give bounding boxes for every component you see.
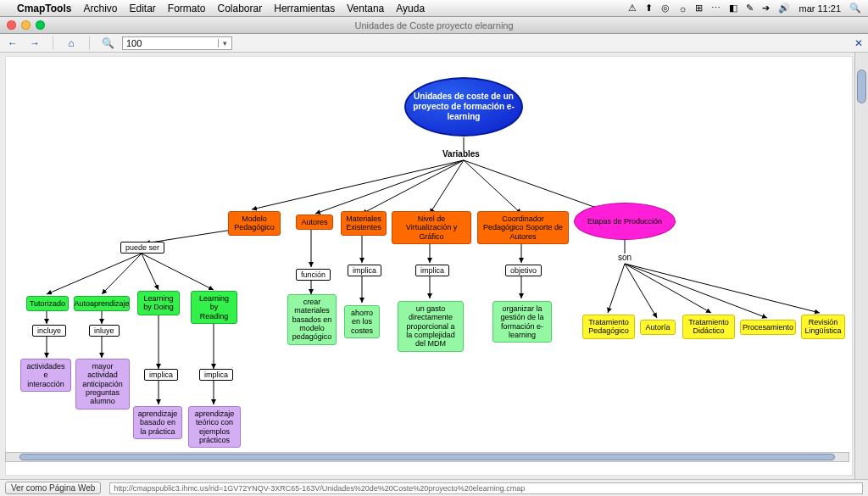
menu-editar[interactable]: Editar xyxy=(129,3,155,14)
link-incluye1[interactable]: incluye xyxy=(32,325,66,337)
minimize-icon[interactable] xyxy=(21,20,31,30)
svg-line-2 xyxy=(315,160,464,214)
window-title: Unidades de Coste proyecto elearning xyxy=(354,20,513,31)
root-node[interactable]: Unidades de coste de un proyecto de form… xyxy=(404,77,523,137)
leaf-ahorro[interactable]: ahorro en los costes xyxy=(344,305,380,338)
status-send-icon[interactable]: ➔ xyxy=(762,3,770,14)
root-label: Unidades de coste de un proyecto de form… xyxy=(406,92,521,122)
spotlight-icon[interactable]: 🔍 xyxy=(849,3,861,14)
svg-line-5 xyxy=(464,160,521,214)
variables-label[interactable]: Variables xyxy=(442,149,480,159)
mac-menubar: CmapTools Archivo Editar Formato Colabor… xyxy=(0,0,868,17)
status-panel-icon[interactable]: ◧ xyxy=(729,3,737,14)
node-modelo[interactable]: Modelo Pedagógico xyxy=(228,211,281,236)
svg-line-1 xyxy=(252,160,464,209)
svg-line-31 xyxy=(625,264,711,313)
cmap-canvas[interactable]: Unidades de coste de un proyecto de form… xyxy=(5,56,853,476)
svg-line-11 xyxy=(142,254,214,290)
horizontal-scrollbar[interactable] xyxy=(5,452,849,462)
menu-ventana[interactable]: Ventana xyxy=(347,3,384,14)
svg-line-32 xyxy=(625,264,767,318)
window-titlebar: Unidades de Coste proyecto elearning xyxy=(0,17,868,34)
node-learning-reading[interactable]: Learning by Reading xyxy=(191,291,237,324)
leaf-teorico[interactable]: aprendizaje teórico con ejemplos práctic… xyxy=(188,406,241,448)
scrollbar-thumb[interactable] xyxy=(19,454,835,460)
node-tutorizado[interactable]: Tutorizado xyxy=(26,296,69,311)
url-text: http://cmapspublic3.ihmc.us/rid=1GV72YNQ… xyxy=(114,484,525,493)
svg-line-9 xyxy=(102,254,142,294)
svg-line-3 xyxy=(362,160,464,214)
stage-revision[interactable]: Revisión Lingüística xyxy=(801,315,845,339)
app-menu[interactable]: CmapTools xyxy=(17,3,71,14)
status-volume-icon[interactable]: 🔊 xyxy=(778,3,790,14)
stage-tratamiento-didactico[interactable]: Tratamiento Didáctico xyxy=(682,315,735,339)
node-materiales[interactable]: Materiales Existentes xyxy=(341,211,387,236)
svg-line-8 xyxy=(47,254,142,294)
link-implica-virt[interactable]: implica xyxy=(415,265,449,276)
status-display-icon[interactable]: ☼ xyxy=(678,3,687,14)
toolbar-divider xyxy=(53,36,53,50)
svg-line-10 xyxy=(142,254,159,290)
node-autoaprendizaje[interactable]: Autoaprendizaje xyxy=(74,296,130,311)
zoom-icon[interactable] xyxy=(36,20,45,30)
canvas-area: Unidades de coste de un proyecto de form… xyxy=(0,53,868,479)
chevron-down-icon[interactable]: ▾ xyxy=(218,39,231,47)
leaf-actividades[interactable]: actividades e interacción xyxy=(20,359,71,392)
link-son[interactable]: son xyxy=(618,253,632,262)
node-etapas[interactable]: Etapas de Producción xyxy=(574,203,676,240)
status-warning-icon[interactable]: ⚠ xyxy=(628,3,637,14)
status-pen-icon[interactable]: ✎ xyxy=(746,3,754,14)
link-implica-reading[interactable]: implica xyxy=(199,369,233,381)
node-coordinador[interactable]: Coordinador Pedagógico Soporte de Autore… xyxy=(477,211,569,244)
status-more-icon[interactable]: ⋯ xyxy=(711,3,721,14)
link-incluye2[interactable]: inluye xyxy=(89,325,120,337)
node-etapas-label: Etapas de Producción xyxy=(587,217,662,226)
close-icon[interactable] xyxy=(7,20,16,30)
link-implica-doing[interactable]: implica xyxy=(144,369,178,381)
status-eject-icon[interactable]: ⬆ xyxy=(645,3,653,14)
zoom-combo[interactable]: 100 ▾ xyxy=(122,36,232,50)
svg-line-33 xyxy=(625,264,820,313)
view-as-webpage-button[interactable]: Ver como Página Web xyxy=(5,482,101,494)
app-toolbar: ← → ⌂ 🔍 100 ▾ ✕ xyxy=(0,34,868,53)
node-autores[interactable]: Autores xyxy=(296,215,333,230)
home-button[interactable]: ⌂ xyxy=(64,36,79,50)
link-objetivo[interactable]: objetivo xyxy=(505,265,542,276)
leaf-gasto[interactable]: un gasto directamente proporcional a la … xyxy=(398,301,464,352)
nav-forward-button[interactable]: → xyxy=(27,36,42,50)
stage-tratamiento-pedagogico[interactable]: Tratamiento Pedagógico xyxy=(582,315,635,339)
link-funcion[interactable]: función xyxy=(296,269,331,281)
node-learning-doing[interactable]: Learning by Doing xyxy=(137,291,180,315)
toolbar-divider xyxy=(89,36,90,50)
snap-icon[interactable]: ✕ xyxy=(854,37,863,49)
status-grid-icon[interactable]: ⊞ xyxy=(695,3,703,14)
window-traffic-lights[interactable] xyxy=(7,20,45,30)
svg-line-29 xyxy=(608,264,625,313)
zoom-value: 100 xyxy=(126,38,142,48)
svg-line-4 xyxy=(430,160,464,214)
menu-herramientas[interactable]: Herramientas xyxy=(274,3,335,14)
leaf-crear[interactable]: crear materiales basados en modelo pedag… xyxy=(287,294,337,345)
nav-back-button[interactable]: ← xyxy=(5,36,20,50)
status-bar: Ver como Página Web http://cmapspublic3.… xyxy=(0,479,868,496)
menu-archivo[interactable]: Archivo xyxy=(83,3,117,14)
menubar-clock[interactable]: mar 11:21 xyxy=(798,3,841,14)
status-sync-icon[interactable]: ◎ xyxy=(661,3,670,14)
link-implica-mat[interactable]: implica xyxy=(348,265,381,276)
svg-line-30 xyxy=(625,264,657,318)
leaf-mayor-actividad[interactable]: mayor actividad anticipación preguntas a… xyxy=(75,359,130,410)
scrollbar-thumb[interactable] xyxy=(857,70,866,103)
leaf-organizar[interactable]: organizar la gestión de la formación e-l… xyxy=(492,301,552,343)
leaf-practica[interactable]: aprendizaje basado en la práctica xyxy=(133,406,182,439)
menu-colaborar[interactable]: Colaborar xyxy=(218,3,263,14)
menu-formato[interactable]: Formato xyxy=(168,3,206,14)
menu-ayuda[interactable]: Ayuda xyxy=(396,3,425,14)
node-virtualizacion[interactable]: Nivel de Virtualización y Gráfico xyxy=(392,211,471,244)
magnifier-icon[interactable]: 🔍 xyxy=(100,36,115,50)
stage-autoria[interactable]: Autoría xyxy=(640,320,676,335)
vertical-scrollbar[interactable] xyxy=(854,53,868,479)
link-puede-ser[interactable]: puede ser xyxy=(120,242,164,254)
url-field[interactable]: http://cmapspublic3.ihmc.us/rid=1GV72YNQ… xyxy=(109,482,863,494)
stage-procesamiento[interactable]: Procesamiento xyxy=(740,320,796,335)
